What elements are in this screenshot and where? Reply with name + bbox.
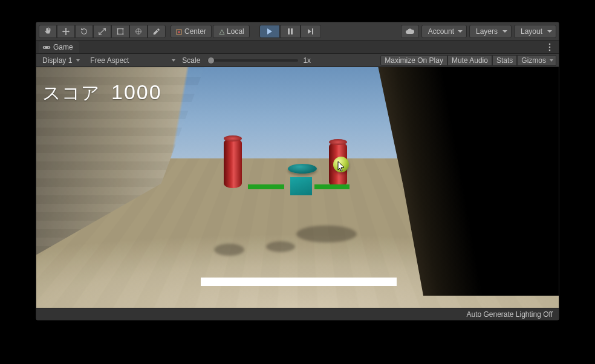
score-label: スコア — [42, 81, 100, 106]
svg-rect-10 — [312, 28, 313, 34]
score-value: 1000 — [111, 80, 162, 104]
svg-point-15 — [549, 46, 551, 48]
account-label: Account — [428, 27, 454, 36]
chevron-down-icon — [550, 59, 553, 62]
aspect-dropdown[interactable]: Free Aspect — [86, 55, 177, 66]
tab-game[interactable]: Game — [39, 41, 79, 53]
tools-icon — [152, 27, 161, 36]
main-toolbar: Center Local Account — [36, 22, 559, 41]
maximize-on-play-toggle[interactable]: Maximize On Play — [380, 55, 447, 66]
dots-icon — [548, 43, 551, 51]
hud-white-bar — [201, 278, 397, 286]
pivot-toggle[interactable]: Center — [171, 25, 212, 38]
scale-slider-thumb[interactable] — [208, 57, 214, 63]
layers-dropdown[interactable]: Layers — [469, 25, 512, 38]
play-controls — [259, 25, 321, 38]
transform-combo-tool[interactable] — [129, 25, 148, 38]
svg-point-7 — [178, 31, 180, 33]
scale-icon — [98, 27, 106, 36]
svg-point-12 — [44, 47, 45, 48]
combo-icon — [134, 27, 143, 36]
shadow-blob — [296, 226, 357, 242]
local-icon — [218, 28, 224, 34]
toolbar-right: Account Layers Layout — [401, 25, 556, 38]
layout-label: Layout — [521, 27, 542, 36]
game-toolbar-right: Maximize On Play Mute Audio Stats Gizmos — [380, 55, 556, 66]
gizmos-dropdown[interactable]: Gizmos — [517, 55, 556, 66]
pause-icon — [288, 28, 293, 34]
pivot-label: Center — [184, 27, 206, 36]
move-tool[interactable] — [57, 25, 75, 38]
red-pillar-left — [224, 138, 242, 188]
stats-toggle[interactable]: Stats — [492, 55, 517, 66]
display-dropdown[interactable]: Display 1 — [39, 55, 82, 66]
custom-tools[interactable] — [148, 25, 166, 38]
rect-tool[interactable] — [111, 25, 129, 38]
tab-row: Game — [36, 41, 559, 54]
stats-label: Stats — [496, 56, 513, 65]
hand-tool[interactable] — [39, 25, 57, 38]
play-icon — [267, 28, 273, 35]
handle-rotation-label: Local — [227, 27, 244, 36]
hand-icon — [44, 27, 52, 36]
tab-context-menu[interactable] — [544, 42, 555, 53]
hud-score: スコア 1000 — [42, 80, 162, 106]
maximize-label: Maximize On Play — [385, 56, 443, 65]
cloud-icon — [405, 28, 415, 34]
scale-tool[interactable] — [93, 25, 111, 38]
step-button[interactable] — [301, 25, 321, 38]
game-tab-icon — [42, 44, 51, 50]
mute-label: Mute Audio — [452, 56, 488, 65]
layers-label: Layers — [476, 27, 498, 36]
mute-audio-toggle[interactable]: Mute Audio — [447, 55, 492, 66]
account-dropdown[interactable]: Account — [421, 25, 467, 38]
layout-dropdown[interactable]: Layout — [514, 25, 556, 38]
svg-point-16 — [549, 49, 551, 51]
rotate-icon — [80, 27, 88, 36]
svg-point-4 — [122, 33, 123, 34]
svg-point-13 — [48, 47, 50, 48]
svg-point-14 — [549, 43, 551, 45]
aspect-label: Free Aspect — [90, 56, 129, 65]
play-button[interactable] — [259, 25, 280, 38]
svg-rect-8 — [288, 28, 290, 34]
status-bar: Auto Generate Lighting Off — [36, 308, 559, 320]
svg-point-1 — [117, 28, 118, 29]
pivot-icon — [176, 28, 182, 34]
display-label: Display 1 — [42, 56, 72, 65]
pause-button[interactable] — [280, 25, 301, 38]
transform-tool-group — [39, 25, 166, 38]
svg-point-2 — [122, 28, 123, 29]
teal-disc — [288, 164, 317, 174]
scale-value: 1x — [303, 56, 311, 65]
green-bar-right — [314, 184, 350, 189]
unity-editor-window: Center Local Account — [36, 22, 559, 320]
rotate-tool[interactable] — [75, 25, 93, 38]
shadow-blob — [214, 244, 244, 256]
gizmos-label: Gizmos — [521, 56, 546, 65]
scale-slider[interactable] — [207, 59, 298, 62]
svg-rect-9 — [291, 28, 293, 34]
shadow-blob — [266, 241, 295, 252]
teal-cube — [290, 177, 312, 195]
svg-rect-0 — [118, 28, 123, 34]
svg-point-3 — [117, 33, 118, 34]
lighting-status: Auto Generate Lighting Off — [466, 310, 553, 319]
scale-label: Scale — [182, 56, 200, 65]
yellow-ball — [333, 157, 349, 172]
game-viewport[interactable]: スコア 1000 — [36, 67, 559, 308]
step-icon — [307, 28, 314, 34]
rect-icon — [116, 27, 125, 36]
tab-game-label: Game — [53, 43, 73, 51]
cloud-button[interactable] — [401, 25, 419, 38]
green-bar-left — [248, 184, 284, 189]
move-icon — [62, 27, 70, 36]
game-toolbar: Display 1 Free Aspect Scale 1x Maximize … — [36, 54, 559, 67]
handle-rotation-toggle[interactable]: Local — [213, 25, 250, 38]
